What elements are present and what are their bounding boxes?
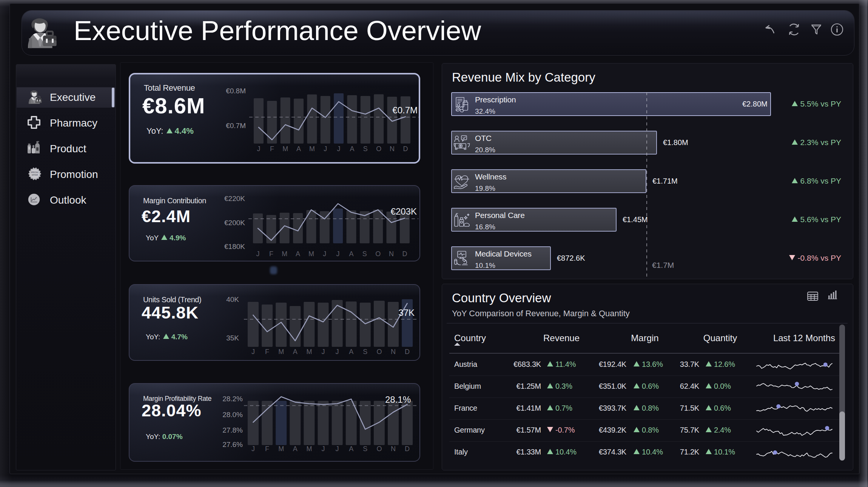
svg-text:A: A — [349, 445, 353, 453]
svg-text:M: M — [308, 250, 314, 258]
svg-text:28.1%: 28.1% — [385, 394, 411, 405]
svg-text:F: F — [265, 348, 269, 356]
svg-text:J: J — [336, 250, 340, 258]
svg-text:J: J — [256, 250, 260, 258]
svg-text:O: O — [376, 145, 381, 153]
svg-text:M: M — [306, 348, 312, 356]
svg-text:S: S — [363, 348, 367, 356]
svg-text:A: A — [349, 348, 353, 356]
svg-text:M: M — [278, 445, 284, 453]
svg-text:J: J — [336, 445, 339, 453]
svg-text:J: J — [324, 145, 327, 153]
svg-text:J: J — [257, 145, 261, 153]
svg-text:A: A — [296, 145, 301, 153]
svg-text:J: J — [251, 348, 255, 356]
svg-text:S: S — [363, 445, 367, 453]
svg-text:S: S — [362, 250, 367, 258]
svg-text:A: A — [349, 250, 353, 258]
svg-text:N: N — [390, 145, 395, 153]
svg-text:A: A — [296, 250, 300, 258]
svg-text:M: M — [278, 348, 284, 356]
svg-text:27.6%: 27.6% — [222, 441, 243, 448]
svg-text:40K: 40K — [226, 295, 239, 303]
svg-text:O: O — [375, 250, 381, 258]
svg-text:28.2%: 28.2% — [222, 395, 243, 403]
svg-text:F: F — [265, 445, 269, 453]
svg-text:J: J — [323, 250, 326, 258]
svg-text:F: F — [269, 250, 273, 258]
svg-text:J: J — [251, 445, 255, 453]
svg-text:27.8%: 27.8% — [222, 426, 243, 434]
svg-text:A: A — [293, 445, 298, 453]
svg-text:M: M — [309, 145, 315, 153]
svg-text:M: M — [282, 145, 288, 153]
svg-text:D: D — [405, 445, 410, 453]
svg-text:N: N — [391, 445, 396, 453]
svg-text:€0.7M: €0.7M — [226, 122, 246, 130]
svg-text:O: O — [376, 348, 382, 356]
svg-text:28.0%: 28.0% — [222, 411, 243, 419]
svg-text:OFFER: OFFER — [32, 174, 38, 176]
svg-text:N: N — [389, 250, 394, 258]
svg-text:J: J — [336, 348, 339, 356]
svg-text:A: A — [350, 145, 354, 153]
svg-text:35K: 35K — [226, 334, 239, 342]
svg-text:O: O — [376, 445, 382, 453]
svg-text:N: N — [391, 348, 396, 356]
svg-text:€203K: €203K — [391, 206, 417, 216]
svg-text:M: M — [306, 445, 312, 453]
svg-text:€200K: €200K — [224, 219, 245, 227]
svg-text:J: J — [322, 348, 325, 356]
svg-text:D: D — [402, 250, 407, 258]
svg-text:A: A — [293, 348, 298, 356]
svg-text:€0.7M: €0.7M — [392, 105, 418, 115]
svg-text:D: D — [403, 145, 408, 153]
svg-text:M: M — [282, 250, 287, 258]
svg-text:€180K: €180K — [224, 243, 245, 250]
svg-text:J: J — [322, 445, 325, 453]
svg-text:€220K: €220K — [224, 195, 245, 203]
svg-text:D: D — [405, 348, 410, 356]
svg-text:SPECIAL: SPECIAL — [31, 172, 39, 173]
svg-text:F: F — [270, 145, 274, 153]
svg-text:37K: 37K — [398, 308, 415, 318]
svg-text:S: S — [363, 145, 368, 153]
svg-text:€0.8M: €0.8M — [226, 87, 246, 95]
svg-text:J: J — [337, 145, 341, 153]
